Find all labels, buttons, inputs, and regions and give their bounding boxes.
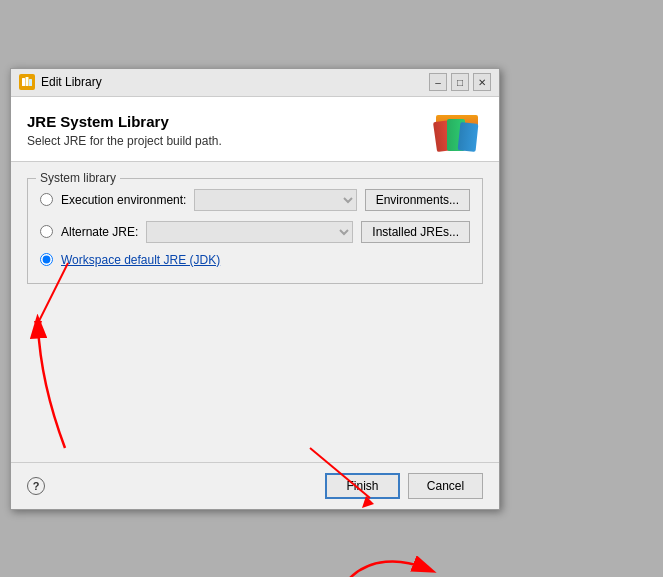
books-icon (435, 113, 483, 153)
footer-left: ? (27, 477, 45, 495)
alternate-jre-radio[interactable] (40, 225, 53, 238)
installed-jres-button[interactable]: Installed JREs... (361, 221, 470, 243)
header-title: JRE System Library (27, 113, 222, 130)
edit-library-dialog: Edit Library – □ ✕ JRE System Library Se… (10, 68, 500, 510)
header-subtitle: Select JRE for the project build path. (27, 134, 222, 148)
maximize-button[interactable]: □ (451, 73, 469, 91)
dialog-footer: ? Finish Cancel (11, 462, 499, 509)
svg-rect-1 (26, 77, 29, 86)
minimize-button[interactable]: – (429, 73, 447, 91)
workspace-default-label[interactable]: Workspace default JRE (JDK) (61, 253, 220, 267)
title-bar: Edit Library – □ ✕ (11, 69, 499, 97)
workspace-default-row: Workspace default JRE (JDK) (40, 253, 470, 267)
svg-marker-4 (34, 321, 42, 333)
execution-env-combo[interactable] (194, 189, 356, 211)
dialog-wrapper: Edit Library – □ ✕ JRE System Library Se… (10, 68, 500, 510)
dialog-title: Edit Library (41, 75, 102, 89)
footer-buttons: Finish Cancel (325, 473, 483, 499)
alternate-jre-combo[interactable] (146, 221, 353, 243)
cancel-button[interactable]: Cancel (408, 473, 483, 499)
system-library-group: System library Execution environment: En… (27, 178, 483, 284)
workspace-default-radio[interactable] (40, 253, 53, 266)
svg-rect-2 (29, 79, 32, 86)
execution-env-row: Execution environment: Environments... (40, 189, 470, 211)
alternate-jre-label: Alternate JRE: (61, 225, 138, 239)
execution-env-radio[interactable] (40, 193, 53, 206)
svg-rect-0 (22, 78, 25, 86)
environments-button[interactable]: Environments... (365, 189, 470, 211)
finish-button[interactable]: Finish (325, 473, 400, 499)
header-text: JRE System Library Select JRE for the pr… (27, 113, 222, 148)
close-button[interactable]: ✕ (473, 73, 491, 91)
dialog-content: System library Execution environment: En… (11, 162, 499, 462)
help-button[interactable]: ? (27, 477, 45, 495)
group-label: System library (36, 171, 120, 185)
execution-env-label: Execution environment: (61, 193, 186, 207)
title-bar-left: Edit Library (19, 74, 102, 90)
dialog-icon (19, 74, 35, 90)
dialog-header: JRE System Library Select JRE for the pr… (11, 97, 499, 162)
title-controls: – □ ✕ (429, 73, 491, 91)
alternate-jre-row: Alternate JRE: Installed JREs... (40, 221, 470, 243)
